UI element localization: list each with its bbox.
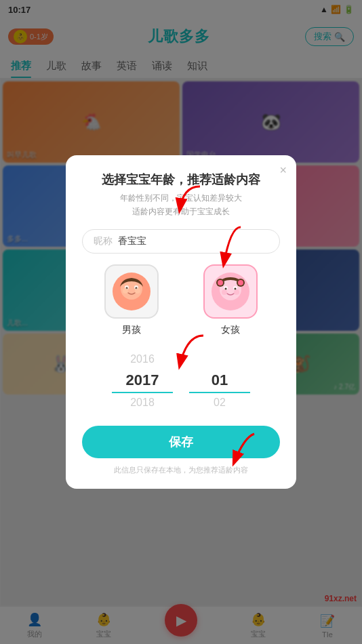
month-below: 02: [214, 393, 226, 412]
modal-footer-text: 此信息只保存在本地，为您推荐适龄内容: [82, 465, 280, 475]
girl-avatar-svg: [211, 272, 250, 311]
svg-point-18: [218, 280, 223, 285]
month-column[interactable]: 01 02: [189, 350, 250, 412]
svg-point-7: [135, 288, 140, 294]
year-column[interactable]: 2016 2017 2018: [112, 350, 173, 412]
modal-close-button[interactable]: ×: [279, 163, 287, 178]
svg-point-13: [235, 287, 237, 289]
svg-point-15: [234, 289, 239, 295]
svg-point-14: [222, 289, 227, 295]
year-selected: 2017: [112, 369, 173, 393]
boy-avatar-wrapper: [104, 264, 159, 319]
nickname-input[interactable]: [118, 236, 268, 247]
modal-subtitle: 年龄性别不同，宝宝认知差异较大适龄内容更有助于宝宝成长: [82, 192, 280, 218]
nickname-row: 昵称: [82, 229, 280, 254]
boy-avatar-svg: [112, 272, 151, 311]
gender-girl[interactable]: 女孩: [203, 264, 258, 336]
overlay: × 选择宝宝年龄，推荐适龄内容 年龄性别不同，宝宝认知差异较大适龄内容更有助于宝…: [0, 0, 362, 644]
year-below: 2018: [130, 393, 155, 412]
girl-avatar-wrapper: [203, 264, 258, 319]
girl-label: 女孩: [221, 324, 240, 336]
boy-label: 男孩: [122, 324, 141, 336]
year-above: 2016: [130, 350, 155, 369]
nickname-label: 昵称: [94, 235, 113, 247]
date-picker-row: 2016 2017 2018 01 02: [82, 350, 280, 412]
modal-dialog: × 选择宝宝年龄，推荐适龄内容 年龄性别不同，宝宝认知差异较大适龄内容更有助于宝…: [66, 155, 296, 488]
svg-point-6: [123, 288, 128, 294]
gender-boy[interactable]: 男孩: [104, 264, 159, 336]
modal-title: 选择宝宝年龄，推荐适龄内容: [82, 172, 280, 188]
save-button[interactable]: 保存: [82, 426, 280, 458]
month-selected: 01: [189, 369, 250, 393]
svg-point-19: [238, 280, 243, 285]
gender-row: 男孩: [82, 264, 280, 336]
svg-point-12: [225, 287, 227, 289]
